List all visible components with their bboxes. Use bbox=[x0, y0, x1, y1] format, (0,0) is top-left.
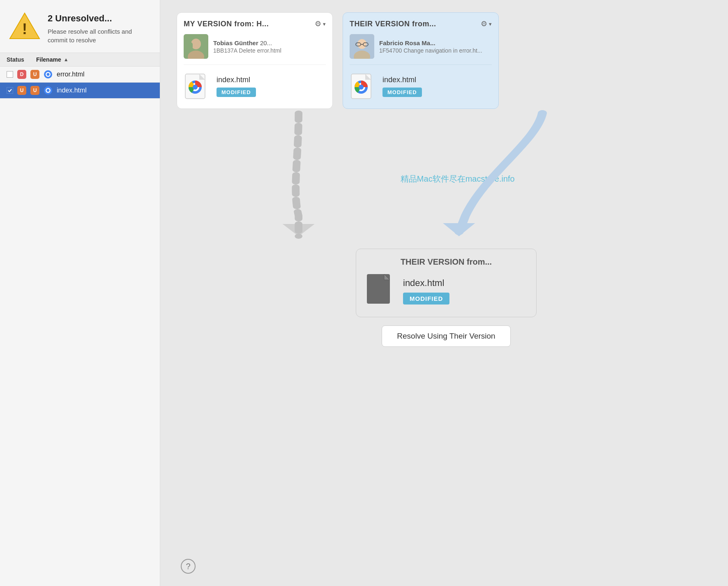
header-subtitle: Please resolve all conflicts and commit … bbox=[48, 27, 152, 44]
resolved-card-title: THEIR VERSION from... bbox=[366, 257, 526, 267]
doc-icon-dark bbox=[366, 273, 395, 309]
arrows-area: 精品Mac软件尽在macstore.info bbox=[177, 109, 716, 249]
browser-icon-error bbox=[44, 70, 53, 79]
resolved-section: THEIR VERSION from... index.html MODIFIE… bbox=[177, 249, 716, 347]
my-version-file-details: index.html MODIFIED bbox=[217, 76, 326, 97]
their-version-avatar bbox=[350, 34, 374, 59]
resolved-file-entry: index.html MODIFIED bbox=[366, 273, 526, 309]
badge-d-error: D bbox=[17, 70, 26, 79]
my-version-hash: 1BB137A Delete error.html bbox=[213, 47, 326, 54]
resolved-file-details: index.html MODIFIED bbox=[403, 278, 526, 305]
file-checkbox-error[interactable] bbox=[7, 71, 13, 78]
sidebar: ! 2 Unresolved... Please resolve all con… bbox=[0, 0, 160, 586]
their-version-hash: 1F54700 Change navigation in error.ht... bbox=[379, 47, 492, 54]
svg-rect-11 bbox=[189, 42, 193, 50]
my-version-gear-button[interactable]: ⚙ ▾ bbox=[315, 19, 326, 28]
file-checkbox-index[interactable] bbox=[7, 87, 13, 94]
my-version-commit-info: Tobias Günther 20... 1BB137A Delete erro… bbox=[184, 34, 326, 65]
filename-column-header: Filename ▲ bbox=[36, 56, 153, 63]
my-version-avatar bbox=[184, 34, 208, 59]
their-version-modified-badge-top: MODIFIED bbox=[382, 88, 422, 97]
my-version-author: Tobias Günther 20... bbox=[213, 39, 326, 46]
sort-arrow-icon: ▲ bbox=[64, 57, 69, 62]
resolve-their-version-button[interactable]: Resolve Using Their Version bbox=[382, 325, 510, 347]
their-version-author: Fabricio Rosa Ma... bbox=[379, 39, 492, 46]
their-version-card-top: THEIR VERSION from... ⚙ ▾ bbox=[343, 12, 499, 109]
svg-point-7 bbox=[47, 89, 50, 92]
my-version-card: MY VERSION from: H... ⚙ ▾ bbox=[177, 12, 333, 109]
header-text: 2 Unresolved... Please resolve all confl… bbox=[48, 12, 152, 44]
resolved-card: THEIR VERSION from... index.html MODIFIE… bbox=[356, 249, 537, 317]
file-name-index: index.html bbox=[57, 87, 87, 94]
their-version-file-details-top: index.html MODIFIED bbox=[382, 76, 492, 97]
svg-point-18 bbox=[357, 39, 366, 49]
svg-point-4 bbox=[47, 73, 50, 76]
badge-u2-index: U bbox=[30, 86, 39, 95]
their-version-title-top: THEIR VERSION from... bbox=[350, 20, 436, 28]
my-version-filename: index.html bbox=[217, 76, 326, 84]
their-version-file-entry-top: index.html MODIFIED bbox=[350, 71, 492, 102]
warning-icon: ! bbox=[8, 12, 41, 40]
their-version-commit-details: Fabricio Rosa Ma... 1F54700 Change navig… bbox=[379, 39, 492, 54]
file-list: D U error.html U U index.html bbox=[0, 67, 160, 586]
svg-marker-29 bbox=[443, 223, 475, 236]
versions-row: MY VERSION from: H... ⚙ ▾ bbox=[177, 12, 716, 109]
help-button[interactable]: ? bbox=[181, 559, 196, 574]
badge-u1-index: U bbox=[17, 86, 26, 95]
column-headers: Status Filename ▲ bbox=[0, 53, 160, 67]
my-version-chrome-icon bbox=[184, 71, 210, 102]
svg-marker-28 bbox=[283, 224, 315, 236]
file-item-error-html[interactable]: D U error.html bbox=[0, 67, 160, 83]
my-version-modified-badge: MODIFIED bbox=[217, 88, 256, 97]
their-version-filename-top: index.html bbox=[382, 76, 492, 84]
my-version-title: MY VERSION from: H... bbox=[184, 20, 269, 28]
their-version-chrome-icon-top bbox=[350, 71, 376, 102]
status-column-header: Status bbox=[7, 56, 31, 63]
their-version-commit-info: Fabricio Rosa Ma... 1F54700 Change navig… bbox=[350, 34, 492, 65]
sidebar-header: ! 2 Unresolved... Please resolve all con… bbox=[0, 0, 160, 53]
my-version-header: MY VERSION from: H... ⚙ ▾ bbox=[184, 19, 326, 28]
their-version-header: THEIR VERSION from... ⚙ ▾ bbox=[350, 19, 492, 28]
svg-point-16 bbox=[193, 85, 198, 90]
main-content: MY VERSION from: H... ⚙ ▾ bbox=[160, 0, 728, 586]
resolved-modified-badge: MODIFIED bbox=[403, 293, 449, 305]
file-item-index-html[interactable]: U U index.html bbox=[0, 83, 160, 99]
my-version-file-entry: index.html MODIFIED bbox=[184, 71, 326, 102]
my-version-commit-details: Tobias Günther 20... 1BB137A Delete erro… bbox=[213, 39, 326, 54]
browser-icon-index bbox=[44, 86, 53, 95]
watermark-text: 精品Mac软件尽在macstore.info bbox=[401, 173, 515, 185]
badge-u-error: U bbox=[30, 70, 39, 79]
svg-point-27 bbox=[359, 85, 364, 90]
file-name-error: error.html bbox=[57, 71, 85, 78]
their-version-gear-button[interactable]: ⚙ ▾ bbox=[481, 19, 492, 28]
resolved-filename: index.html bbox=[403, 278, 526, 288]
header-title: 2 Unresolved... bbox=[48, 13, 152, 24]
svg-text:!: ! bbox=[22, 21, 27, 37]
